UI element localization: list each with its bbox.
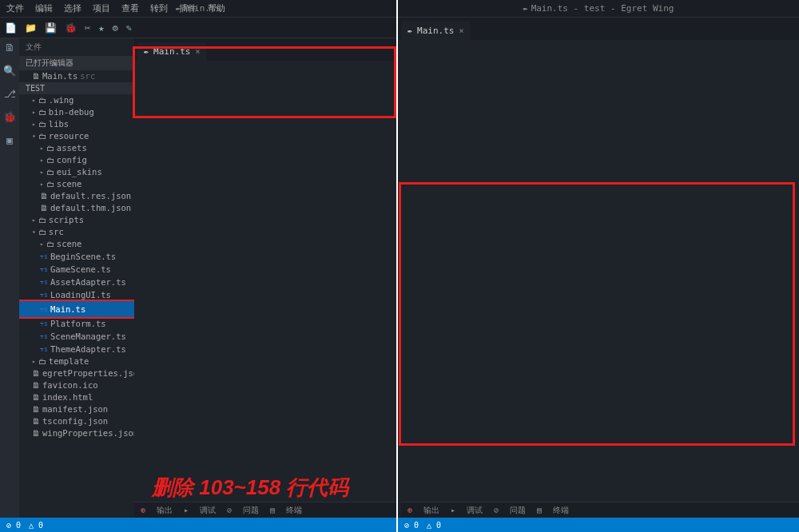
opened-file[interactable]: 🗎Main.ts src xyxy=(19,70,134,82)
toolbar-button[interactable]: 📄 xyxy=(5,22,17,34)
tab-bar: ✒ Main.ts × xyxy=(134,38,396,61)
problems-tab[interactable]: 问题 xyxy=(510,505,526,516)
tab-main-ts[interactable]: ✒ Main.ts × xyxy=(401,22,470,40)
activity-bar: 🗎 🔍 ⎇ 🐞 ▣ xyxy=(0,38,19,518)
debug-icon[interactable]: 🐞 xyxy=(3,111,16,123)
output-tab[interactable]: 输出 xyxy=(157,505,173,516)
tree-item[interactable]: ▸ 🗀scene xyxy=(19,178,134,190)
menu-project[interactable]: 项目 xyxy=(93,2,110,14)
tree-item[interactable]: ▸ 🗀libs xyxy=(19,118,134,130)
warning-count[interactable]: △ 0 xyxy=(29,521,43,530)
tree-item[interactable]: ᴛsGameScene.ts xyxy=(19,263,134,276)
problems-tab[interactable]: 问题 xyxy=(243,505,259,516)
terminal-tab[interactable]: 终端 xyxy=(286,505,302,516)
terminal-tab[interactable]: 终端 xyxy=(553,505,569,516)
menubar-left: 文件 编辑 选择 项目 查看 转到 插件 帮助 ✒Main.ts xyxy=(0,0,396,18)
app-icon: ✒ xyxy=(176,4,181,13)
tab-main-ts[interactable]: ✒ Main.ts × xyxy=(137,42,206,61)
tree-item[interactable]: ᴛsThemeAdapter.ts xyxy=(19,343,134,355)
close-icon[interactable]: × xyxy=(195,47,200,56)
error-count[interactable]: ⊘ 0 xyxy=(6,521,21,530)
tab-bar-right: ✒ Main.ts × xyxy=(398,18,799,40)
tree-item[interactable]: ᴛsMain.ts xyxy=(19,300,134,319)
toolbar: 📄📁💾🐞✂★⚙✎ xyxy=(0,18,396,38)
toolbar-button[interactable]: ✂ xyxy=(85,22,90,34)
toolbar-button[interactable]: ⚙ xyxy=(112,22,117,34)
statusbar: ⊘ 0 △ 0 xyxy=(398,518,799,532)
tree-item[interactable]: ▸ 🗀.wing xyxy=(19,94,134,106)
tree-item[interactable]: 🗎default.res.json xyxy=(19,190,134,202)
toolbar-button[interactable]: 💾 xyxy=(45,22,57,34)
tree-item[interactable]: 🗎manifest.json xyxy=(19,403,134,415)
tree-item[interactable]: ▸ 🗀scripts xyxy=(19,214,134,226)
output-tab[interactable]: 输出 xyxy=(423,505,439,516)
toolbar-button[interactable]: 📁 xyxy=(25,22,37,34)
tab-label: Main.ts xyxy=(417,26,454,36)
tree-item[interactable]: 🗎default.thm.json xyxy=(19,202,134,214)
tree-item[interactable]: 🗎index.html xyxy=(19,391,134,403)
tree-item[interactable]: 🗎egretProperties.json xyxy=(19,367,134,379)
panel-tabs-right: ⊕ 输出 ▸ 调试 ⊘ 问题 ▤ 终端 xyxy=(401,502,799,518)
menu-view[interactable]: 查看 xyxy=(121,2,139,14)
menu-file[interactable]: 文件 xyxy=(6,2,24,14)
explorer: 文件 已打开编辑器 🗎Main.ts src TEST ▸ 🗀.wing▸ 🗀b… xyxy=(19,38,134,518)
tree-item[interactable]: 🗎wingProperties.json xyxy=(19,427,134,439)
tree-item[interactable]: ▸ 🗀template xyxy=(19,355,134,367)
tree-item[interactable]: ▸ 🗀scene xyxy=(19,238,134,250)
window-title: Main.ts - test - Egret Wing xyxy=(531,3,674,14)
annotation-text: 删除 103~158 行代码 xyxy=(152,474,348,502)
menu-select[interactable]: 选择 xyxy=(64,2,81,14)
search-icon[interactable]: 🔍 xyxy=(3,65,16,77)
warning-count[interactable]: △ 0 xyxy=(427,521,441,530)
box-icon[interactable]: ▣ xyxy=(6,134,13,146)
tab-label: Main.ts xyxy=(153,46,190,57)
toolbar-button[interactable]: ★ xyxy=(98,22,104,34)
workspace-root[interactable]: TEST xyxy=(19,82,134,94)
window-title: Main.ts xyxy=(184,3,221,14)
explorer-header: 文件 xyxy=(19,38,134,56)
debug-tab[interactable]: 调试 xyxy=(467,505,483,516)
close-icon[interactable]: × xyxy=(459,26,463,35)
tree-item[interactable]: ▾ 🗀src xyxy=(19,226,134,238)
tree-item[interactable]: ▸ 🗀config xyxy=(19,154,134,166)
tree-item[interactable]: 🗎favicon.ico xyxy=(19,379,134,391)
tree-item[interactable]: ᴛsAssetAdapter.ts xyxy=(19,276,134,288)
toolbar-button[interactable]: ✎ xyxy=(126,22,132,34)
files-icon[interactable]: 🗎 xyxy=(5,42,15,54)
tree-item[interactable]: ᴛsPlatform.ts xyxy=(19,317,134,330)
file-icon: ✒ xyxy=(144,47,149,56)
file-icon: ✒ xyxy=(407,26,412,35)
tree-item[interactable]: ▸ 🗀eui_skins xyxy=(19,166,134,178)
tree-item[interactable]: ▸ 🗀bin-debug xyxy=(19,106,134,118)
menu-goto[interactable]: 转到 xyxy=(150,2,168,14)
panel-tabs-left: ⊕ 输出 ▸ 调试 ⊘ 问题 ▤ 终端 xyxy=(134,502,396,518)
tree-item[interactable]: ▾ 🗀resource xyxy=(19,130,134,142)
statusbar: ⊘ 0 △ 0 xyxy=(0,518,396,532)
toolbar-button[interactable]: 🐞 xyxy=(65,22,77,34)
branch-icon[interactable]: ⎇ xyxy=(4,88,16,100)
menu-edit[interactable]: 编辑 xyxy=(35,2,53,14)
error-count[interactable]: ⊘ 0 xyxy=(404,521,419,530)
app-icon: ✒ xyxy=(523,4,528,13)
tree-item[interactable]: ᴛsSceneManager.ts xyxy=(19,330,134,343)
tree-item[interactable]: 🗎tsconfig.json xyxy=(19,415,134,427)
tree-item[interactable]: ▸ 🗀assets xyxy=(19,142,134,154)
menubar-right: ✒Main.ts - test - Egret Wing xyxy=(398,0,799,18)
tree-item[interactable]: ᴛsBeginScene.ts xyxy=(19,250,134,263)
debug-tab[interactable]: 调试 xyxy=(200,505,216,516)
opened-editors-header[interactable]: 已打开编辑器 xyxy=(19,56,134,70)
